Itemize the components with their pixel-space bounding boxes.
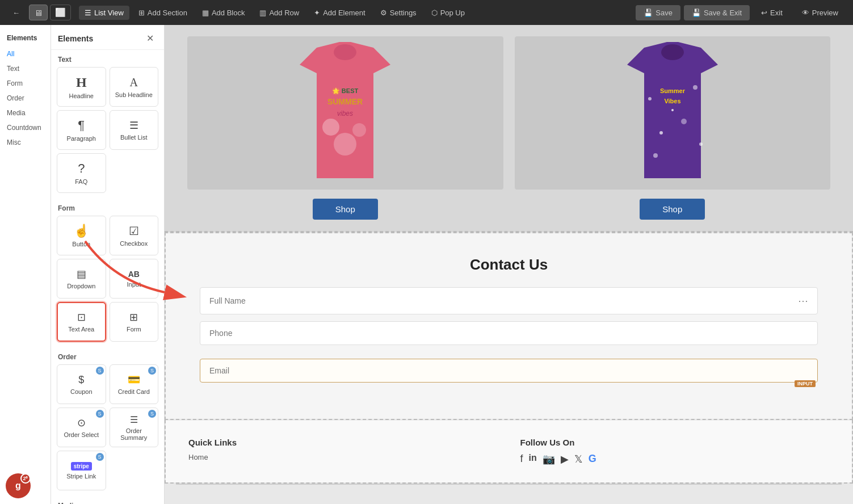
shop-button-2[interactable]: Shop (640, 199, 705, 220)
top-toolbar: ← 🖥 ⬜ ☰ List View ⊞ Add Section ▦ Add Bl… (0, 0, 853, 25)
tablet-icon[interactable]: ⬜ (50, 5, 71, 20)
svg-point-11 (648, 97, 652, 100)
shop-button-1[interactable]: Shop (313, 199, 378, 220)
fullname-options-icon[interactable]: ⋯ (798, 295, 808, 307)
list-view-button[interactable]: ☰ List View (79, 6, 129, 20)
add-block-button[interactable]: ▦ Add Block (196, 6, 251, 20)
contact-title: Contact Us (200, 256, 818, 274)
google-icon[interactable]: G (589, 453, 596, 465)
element-coupon[interactable]: S $ Coupon (57, 364, 106, 404)
svg-text:SUMMER: SUMMER (327, 97, 363, 106)
svg-text:🌟 BEST: 🌟 BEST (332, 87, 359, 95)
email-input[interactable] (200, 359, 818, 383)
form-icon: ⊞ (129, 311, 138, 324)
add-section-button[interactable]: ⊞ Add Section (133, 6, 193, 20)
popup-button[interactable]: ⬡ Pop Up (426, 6, 470, 20)
phone-input[interactable] (200, 321, 818, 345)
sidebar: Elements All Text Form Order Media Count… (0, 25, 51, 504)
add-element-icon: ✦ (314, 9, 320, 17)
coupon-badge: S (96, 367, 104, 375)
save-exit-icon: 💾 (692, 9, 701, 17)
element-checkbox[interactable]: ☑ Checkbox (110, 216, 159, 255)
add-row-button[interactable]: ▥ Add Row (254, 6, 305, 20)
contact-section-wrapper: Contact Us ⋯ INPUT (165, 232, 853, 420)
faq-icon: ? (78, 161, 85, 176)
twitter-icon[interactable]: 𝕏 (574, 453, 583, 465)
product-card-1: 🌟 BEST SUMMER vibes Shop (187, 36, 503, 220)
sidebar-item-countdown[interactable]: Countdown (0, 120, 51, 135)
email-field-wrapper: INPUT (200, 359, 818, 389)
sidebar-item-media[interactable]: Media (0, 106, 51, 120)
element-stripelink[interactable]: S stripe Stripe Link (57, 451, 106, 490)
checkbox-label: Checkbox (120, 240, 148, 247)
elements-panel: Elements ✕ Text H Headline A Sub Headlin… (51, 25, 165, 504)
bulletlist-label: Bullet List (120, 134, 148, 141)
input-icon: AB (128, 270, 140, 279)
home-link[interactable]: Home (188, 453, 498, 461)
back-button[interactable]: ← (7, 6, 26, 20)
sidebar-item-misc[interactable]: Misc (0, 135, 51, 150)
product-card-2: Summer Vibes Shop (515, 36, 831, 220)
exit-button[interactable]: ↩ Exit (753, 5, 791, 20)
list-view-icon: ☰ (85, 9, 91, 17)
button-label: Button (72, 241, 90, 247)
settings-button[interactable]: ⚙ Settings (375, 6, 422, 20)
element-subheadline[interactable]: A Sub Headline (110, 67, 159, 107)
textarea-label: Text Area (68, 326, 94, 333)
headline-label: Headline (69, 93, 94, 99)
checkbox-icon: ☑ (129, 224, 139, 238)
element-orderselect[interactable]: S ⊙ Order Select (57, 408, 106, 447)
sidebar-item-order[interactable]: Order (0, 91, 51, 106)
element-form[interactable]: ⊞ Form (110, 302, 159, 342)
button-icon: ☝ (74, 224, 89, 238)
add-section-icon: ⊞ (138, 9, 145, 17)
notification-badge: 2⁸ (20, 473, 31, 484)
element-headline[interactable]: H Headline (57, 67, 106, 107)
coupon-icon: $ (78, 374, 84, 386)
fullname-input[interactable] (209, 296, 798, 305)
linkedin-icon[interactable]: in (529, 453, 537, 465)
stripelink-icon: stripe (71, 462, 92, 471)
element-button[interactable]: ☝ Button (57, 216, 106, 255)
creditcard-label: Credit Card (118, 388, 150, 395)
product-image-1: 🌟 BEST SUMMER vibes (187, 36, 503, 190)
svg-text:Vibes: Vibes (664, 98, 680, 104)
save-button[interactable]: 💾 Save (636, 5, 680, 20)
youtube-icon[interactable]: ▶ (561, 453, 569, 465)
element-textarea[interactable]: ⊡ Text Area (57, 302, 106, 342)
dropdown-label: Dropdown (67, 283, 95, 289)
svg-text:Summer: Summer (660, 87, 686, 94)
ordersummary-label: Order Summary (114, 427, 155, 441)
facebook-icon[interactable]: f (520, 453, 523, 465)
preview-icon: 👁 (802, 9, 809, 17)
element-ordersummary[interactable]: S ☰ Order Summary (110, 408, 159, 447)
panel-close-button[interactable]: ✕ (143, 32, 157, 45)
save-exit-button[interactable]: 💾 Save & Exit (684, 5, 750, 20)
headline-icon: H (76, 75, 87, 90)
paragraph-label: Paragraph (67, 135, 96, 142)
settings-icon: ⚙ (380, 9, 387, 17)
element-faq[interactable]: ? FAQ (57, 153, 106, 193)
desktop-icon[interactable]: 🖥 (29, 5, 48, 20)
element-bulletlist[interactable]: ☰ Bullet List (110, 110, 159, 150)
element-creditcard[interactable]: S 💳 Credit Card (110, 364, 159, 404)
preview-button[interactable]: 👁 Preview (794, 5, 846, 20)
element-paragraph[interactable]: ¶ Paragraph (57, 110, 106, 150)
sidebar-item-text[interactable]: Text (0, 61, 51, 76)
subheadline-icon: A (130, 76, 138, 89)
add-element-button[interactable]: ✦ Add Element (308, 6, 371, 20)
input-label: Input (127, 281, 141, 288)
sidebar-item-all[interactable]: All (0, 47, 51, 61)
element-input[interactable]: AB Input (110, 259, 159, 299)
bulletlist-icon: ☰ (129, 119, 138, 132)
svg-point-15 (699, 142, 703, 146)
instagram-icon[interactable]: 📷 (543, 453, 555, 465)
svg-point-12 (693, 85, 697, 90)
sidebar-item-form[interactable]: Form (0, 76, 51, 91)
user-avatar[interactable]: g 2⁸ (6, 473, 31, 498)
element-dropdown[interactable]: ▤ Dropdown (57, 259, 106, 299)
main-layout: Elements All Text Form Order Media Count… (0, 25, 853, 504)
elements-title: Elements (0, 32, 51, 47)
creditcard-badge: S (148, 367, 156, 375)
orderselect-icon: ⊙ (77, 417, 86, 429)
